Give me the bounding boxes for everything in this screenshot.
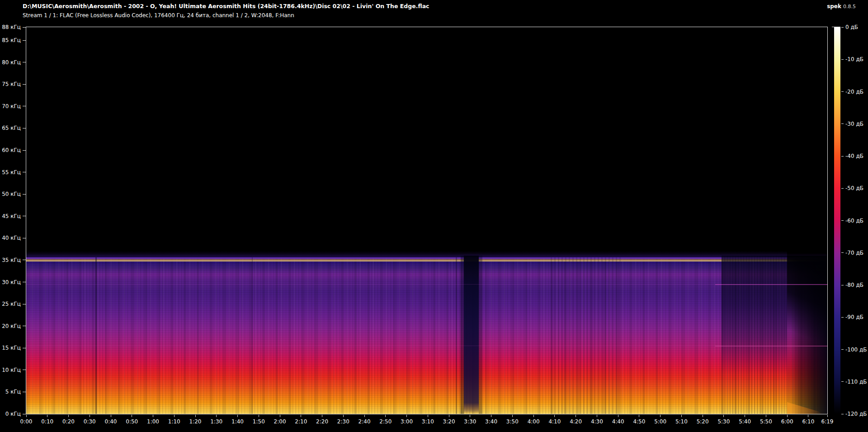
db-scale-top-tick — [832, 27, 840, 27]
db-tick — [841, 59, 844, 60]
db-color-scale — [834, 27, 840, 414]
db-tick — [841, 27, 844, 28]
time-tick-label: 5:40 — [734, 418, 756, 425]
quiet-outro-section — [722, 256, 787, 414]
db-tick — [841, 220, 844, 221]
time-tick-label: 2:40 — [353, 418, 376, 425]
time-tick-label: 4:40 — [607, 418, 629, 425]
spek-window: D:\MUSIC\Aerosmith\Aerosmith - 2002 - O,… — [0, 0, 868, 432]
freq-tick-label: 70 кГц — [0, 103, 21, 110]
time-tick — [174, 415, 175, 417]
app-brand: spek0.8.5 — [827, 3, 856, 9]
time-tick-label: 4:20 — [565, 418, 587, 425]
freq-tick-label: 25 кГц — [0, 300, 21, 308]
time-tick-label: 2:00 — [269, 418, 291, 425]
db-tick-label: -100 дБ — [845, 346, 867, 353]
freq-tick — [23, 40, 26, 41]
time-tick-label: 1:40 — [226, 418, 249, 425]
freq-tick — [23, 282, 26, 282]
freq-tick — [23, 128, 26, 128]
db-tick — [841, 285, 844, 285]
db-tick — [841, 349, 844, 350]
time-tick — [576, 415, 576, 417]
time-tick-label: 5:30 — [712, 418, 735, 425]
tone-line-29khz — [26, 284, 827, 285]
time-tick — [385, 415, 386, 417]
freq-tick-label: 45 кГц — [0, 213, 21, 220]
time-tick — [68, 415, 69, 417]
transient-dip-0m33s — [95, 257, 97, 414]
db-tick-label: -110 дБ — [845, 378, 867, 385]
time-tick — [132, 415, 132, 417]
time-tick — [47, 415, 47, 417]
time-tick-label: 0:50 — [121, 418, 143, 425]
tone-line-15khz — [26, 346, 827, 346]
time-tick — [554, 415, 555, 417]
transient-dip-1m47s — [252, 257, 253, 414]
time-tick — [681, 415, 682, 417]
time-tick-label: 0:40 — [99, 418, 122, 425]
time-tick — [808, 415, 808, 417]
time-tick — [406, 415, 407, 417]
time-tick — [111, 415, 111, 417]
time-tick-label: 3:20 — [438, 418, 460, 425]
tone-line-15khz-bright — [715, 346, 827, 347]
time-tick — [237, 415, 238, 417]
silence-gap-edge-right — [479, 256, 482, 414]
time-tick — [745, 415, 745, 417]
time-tick-label: 4:30 — [585, 418, 608, 425]
freq-tick-label: 60 кГц — [0, 147, 21, 154]
db-tick-label: 0 дБ — [845, 24, 858, 31]
time-tick — [364, 415, 365, 417]
freq-tick — [23, 216, 26, 216]
time-tick — [512, 415, 513, 417]
time-tick-label: 6:19 — [816, 418, 839, 425]
frequency-cutoff-edge — [26, 257, 827, 259]
freq-tick-label: 30 кГц — [0, 279, 21, 286]
time-tick-label: 1:50 — [247, 418, 270, 425]
time-tick-label: 2:20 — [311, 418, 334, 425]
time-tick-label: 5:50 — [755, 418, 777, 425]
db-tick-label: -60 дБ — [845, 217, 863, 224]
time-tick — [90, 415, 90, 417]
time-tick-label: 3:40 — [480, 418, 503, 425]
cutoff-haze — [26, 251, 787, 257]
tone-line-29khz-bright — [715, 284, 827, 285]
time-tick — [280, 415, 280, 417]
time-tick — [322, 415, 322, 417]
fade-out-top-corner — [787, 256, 827, 414]
db-tick — [841, 156, 844, 157]
freq-tick — [23, 150, 26, 151]
time-tick-label: 3:30 — [459, 418, 481, 425]
db-tick-label: -80 дБ — [845, 281, 863, 289]
freq-tick-label: 10 кГц — [0, 366, 21, 374]
freq-tick — [23, 304, 26, 304]
time-tick — [660, 415, 660, 417]
time-tick — [428, 415, 428, 417]
time-tick — [449, 415, 449, 417]
time-tick-label: 3:00 — [396, 418, 418, 425]
bridge-striping — [551, 257, 623, 414]
db-tick-label: -120 дБ — [845, 410, 867, 418]
db-tick-label: -20 дБ — [845, 88, 863, 95]
time-tick — [26, 415, 27, 417]
freq-tick-label: 5 кГц — [0, 388, 21, 395]
freq-tick — [23, 238, 26, 238]
db-tick-label: -40 дБ — [845, 152, 863, 160]
freq-tick — [23, 392, 26, 392]
db-tick-label: -50 дБ — [845, 185, 863, 192]
time-tick-label: 1:30 — [205, 418, 228, 425]
freq-tick-label: 0 кГц — [0, 410, 21, 418]
time-tick-label: 5:00 — [649, 418, 672, 425]
freq-tick — [23, 326, 26, 326]
silence-gap-edge-left — [461, 256, 464, 414]
time-tick — [301, 415, 301, 417]
time-tick — [195, 415, 196, 417]
app-version: 0.8.5 — [843, 4, 856, 9]
db-tick — [841, 252, 844, 253]
time-tick — [470, 415, 470, 417]
silence-gap-3m30s — [464, 256, 479, 414]
time-tick-label: 6:00 — [776, 418, 798, 425]
time-tick-label: 0:00 — [15, 418, 38, 425]
freq-tick-label: 20 кГц — [0, 323, 21, 330]
